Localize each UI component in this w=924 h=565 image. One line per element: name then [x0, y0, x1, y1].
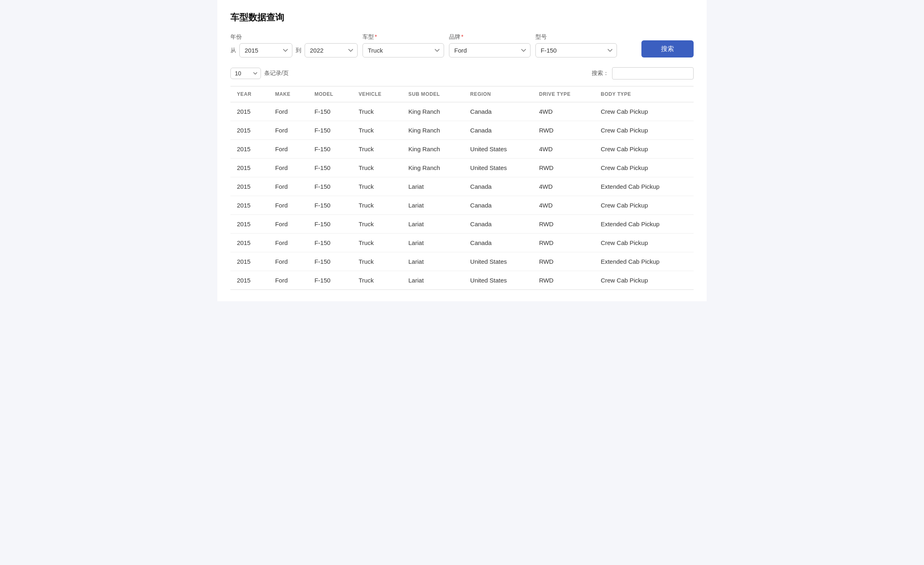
table-row: 2015FordF-150TruckLariatUnited StatesRWD…	[230, 252, 694, 271]
table-row: 2015FordF-150TruckLariatUnited StatesRWD…	[230, 271, 694, 290]
cell-region: United States	[464, 159, 533, 177]
model-filter-label: 型号	[535, 33, 617, 41]
col-header-body-type: BODY TYPE	[594, 86, 694, 102]
cell-make: Ford	[269, 196, 308, 215]
cell-model: F-150	[308, 121, 352, 140]
cell-sub_model: Lariat	[402, 196, 464, 215]
table-row: 2015FordF-150TruckLariatCanada4WDCrew Ca…	[230, 196, 694, 215]
from-label: 从	[230, 47, 236, 54]
cell-region: United States	[464, 252, 533, 271]
year-filter-group: 年份 从 2015 2016 2017 2018 2019 2020 2021 …	[230, 33, 358, 57]
cell-region: Canada	[464, 215, 533, 234]
cell-drive_type: RWD	[533, 252, 594, 271]
cell-year: 2015	[230, 196, 269, 215]
cell-model: F-150	[308, 252, 352, 271]
cell-make: Ford	[269, 102, 308, 121]
cell-make: Ford	[269, 121, 308, 140]
cell-region: United States	[464, 140, 533, 159]
col-header-model: MODEL	[308, 86, 352, 102]
cell-make: Ford	[269, 252, 308, 271]
cell-year: 2015	[230, 159, 269, 177]
cell-sub_model: Lariat	[402, 252, 464, 271]
table-row: 2015FordF-150TruckKing RanchCanadaRWDCre…	[230, 121, 694, 140]
table-controls: 10 25 50 100 条记录/页 搜索：	[230, 67, 694, 79]
cell-year: 2015	[230, 102, 269, 121]
cell-body_type: Crew Cab Pickup	[594, 234, 694, 252]
cell-region: Canada	[464, 177, 533, 196]
table-row: 2015FordF-150TruckKing RanchUnited State…	[230, 159, 694, 177]
year-from-select[interactable]: 2015 2016 2017 2018 2019 2020 2021 2022	[239, 43, 292, 57]
table-search-input[interactable]	[612, 67, 694, 79]
cell-sub_model: Lariat	[402, 271, 464, 290]
col-header-make: MAKE	[269, 86, 308, 102]
cell-vehicle: Truck	[352, 140, 402, 159]
data-table: YEAR MAKE MODEL VEHICLE SUB MODEL REGION…	[230, 86, 694, 290]
cell-vehicle: Truck	[352, 102, 402, 121]
cell-vehicle: Truck	[352, 177, 402, 196]
filter-section: 年份 从 2015 2016 2017 2018 2019 2020 2021 …	[230, 33, 694, 57]
brand-filter-label: 品牌*	[449, 33, 531, 41]
vehicle-type-filter-group: 车型* Truck SUV Sedan	[363, 33, 444, 57]
records-per-page-select[interactable]: 10 25 50 100	[230, 68, 261, 79]
cell-sub_model: Lariat	[402, 177, 464, 196]
cell-make: Ford	[269, 140, 308, 159]
cell-vehicle: Truck	[352, 121, 402, 140]
model-select[interactable]: F-150 F-250 Ranger	[535, 43, 617, 57]
cell-body_type: Extended Cab Pickup	[594, 252, 694, 271]
cell-vehicle: Truck	[352, 271, 402, 290]
col-header-drive-type: DRIVE TYPE	[533, 86, 594, 102]
cell-vehicle: Truck	[352, 252, 402, 271]
cell-sub_model: King Ranch	[402, 159, 464, 177]
cell-body_type: Extended Cab Pickup	[594, 215, 694, 234]
cell-vehicle: Truck	[352, 215, 402, 234]
cell-model: F-150	[308, 234, 352, 252]
cell-drive_type: RWD	[533, 159, 594, 177]
cell-body_type: Crew Cab Pickup	[594, 102, 694, 121]
cell-sub_model: King Ranch	[402, 102, 464, 121]
records-per-page-label: 条记录/页	[264, 70, 289, 77]
cell-drive_type: 4WD	[533, 102, 594, 121]
cell-model: F-150	[308, 102, 352, 121]
cell-make: Ford	[269, 234, 308, 252]
cell-model: F-150	[308, 215, 352, 234]
cell-make: Ford	[269, 215, 308, 234]
cell-body_type: Crew Cab Pickup	[594, 196, 694, 215]
vehicle-type-label: 车型*	[363, 33, 444, 41]
cell-vehicle: Truck	[352, 234, 402, 252]
brand-select[interactable]: Ford Toyota Chevrolet	[449, 43, 531, 57]
cell-sub_model: Lariat	[402, 215, 464, 234]
cell-year: 2015	[230, 252, 269, 271]
cell-model: F-150	[308, 271, 352, 290]
cell-make: Ford	[269, 177, 308, 196]
cell-body_type: Crew Cab Pickup	[594, 121, 694, 140]
year-to-select[interactable]: 2015 2016 2017 2018 2019 2020 2021 2022	[305, 43, 358, 57]
cell-sub_model: King Ranch	[402, 121, 464, 140]
cell-body_type: Crew Cab Pickup	[594, 271, 694, 290]
cell-region: Canada	[464, 196, 533, 215]
cell-region: Canada	[464, 102, 533, 121]
cell-body_type: Crew Cab Pickup	[594, 140, 694, 159]
cell-year: 2015	[230, 177, 269, 196]
cell-region: United States	[464, 271, 533, 290]
cell-year: 2015	[230, 121, 269, 140]
cell-vehicle: Truck	[352, 196, 402, 215]
cell-model: F-150	[308, 196, 352, 215]
cell-year: 2015	[230, 140, 269, 159]
year-filter-label: 年份	[230, 33, 358, 41]
search-button[interactable]: 搜索	[641, 40, 694, 57]
cell-sub_model: King Ranch	[402, 140, 464, 159]
cell-make: Ford	[269, 271, 308, 290]
cell-drive_type: RWD	[533, 271, 594, 290]
to-label: 到	[296, 47, 301, 54]
vehicle-type-select[interactable]: Truck SUV Sedan	[363, 43, 444, 57]
cell-drive_type: RWD	[533, 121, 594, 140]
table-row: 2015FordF-150TruckLariatCanada4WDExtende…	[230, 177, 694, 196]
model-filter-group: 型号 F-150 F-250 Ranger	[535, 33, 617, 57]
col-header-year: YEAR	[230, 86, 269, 102]
cell-drive_type: RWD	[533, 215, 594, 234]
table-header-row: YEAR MAKE MODEL VEHICLE SUB MODEL REGION…	[230, 86, 694, 102]
cell-model: F-150	[308, 177, 352, 196]
cell-sub_model: Lariat	[402, 234, 464, 252]
year-range-group: 从 2015 2016 2017 2018 2019 2020 2021 202…	[230, 43, 358, 57]
cell-model: F-150	[308, 140, 352, 159]
